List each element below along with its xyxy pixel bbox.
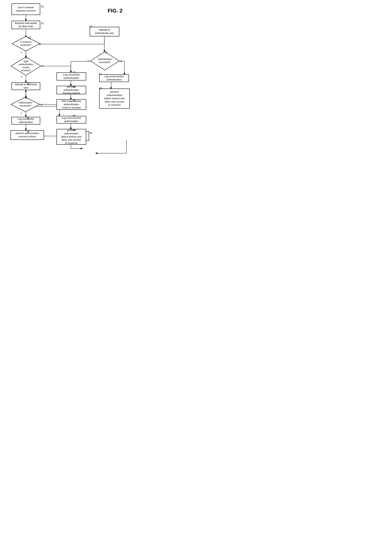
ref-76: 76 bbox=[73, 86, 75, 89]
node-53: Is resource protected? bbox=[12, 36, 40, 51]
node-52: Request intercepted by Web Gate bbox=[12, 21, 40, 29]
node-50: User's browser requests resource bbox=[12, 3, 40, 15]
ref-60: 60 bbox=[90, 25, 92, 28]
node-66: perform authentication failure actions a… bbox=[99, 89, 130, 109]
node-76: perform authentication success actions bbox=[57, 86, 86, 94]
ref-90: 90 bbox=[25, 97, 27, 99]
ref-62: 62 bbox=[105, 51, 107, 54]
yn-90-y: Y bbox=[21, 112, 22, 115]
yn-62-y: Y bbox=[87, 60, 89, 62]
yn-54-y: Y bbox=[21, 76, 22, 78]
yn-53-y: Y bbox=[21, 51, 22, 54]
yn-62-n: N bbox=[120, 60, 122, 62]
node-74: Log successful authentication bbox=[57, 72, 86, 80]
node-64: Log unsuccessful authentication bbox=[99, 74, 129, 82]
ref-52: 52 bbox=[41, 22, 44, 25]
node-54: Valid authentication cookie received? bbox=[11, 57, 41, 76]
node-92: Log successful authorization bbox=[12, 117, 40, 124]
yn-54-n: N bbox=[42, 65, 44, 67]
ref-66: 66 bbox=[99, 87, 102, 90]
ref-74: 74 bbox=[73, 71, 75, 74]
ref-96: 96 bbox=[73, 114, 75, 117]
ref-98: 98 bbox=[73, 129, 75, 132]
ref-92: 92 bbox=[27, 117, 29, 120]
yn-90-n: N bbox=[41, 104, 42, 106]
node-62: Authentication successful? bbox=[90, 51, 120, 71]
ref-94: 94 bbox=[27, 130, 29, 133]
node-56: Attempt to authorize user bbox=[12, 82, 40, 90]
node-96: Log unsuccessful authorization bbox=[57, 116, 86, 124]
node-60: Attempt to authenticate user bbox=[90, 27, 119, 36]
yn-53-n: N bbox=[39, 43, 41, 46]
ref-53: 53 bbox=[28, 36, 31, 39]
flowchart-container: FIG. 2 bbox=[0, 0, 134, 188]
ref-54: 54 bbox=[25, 57, 27, 59]
ref-50: 50 bbox=[41, 5, 44, 8]
ref-64: 64 bbox=[99, 73, 102, 76]
figure-title: FIG. 2 bbox=[108, 8, 122, 14]
ref-56: 56 bbox=[27, 82, 29, 85]
node-80: Web Gate passes authentication cookie to… bbox=[57, 99, 86, 110]
node-98: perform authorization failure actions an… bbox=[57, 129, 86, 145]
ref-80: 80 bbox=[73, 99, 75, 102]
ref-95: 95 bbox=[90, 132, 92, 135]
